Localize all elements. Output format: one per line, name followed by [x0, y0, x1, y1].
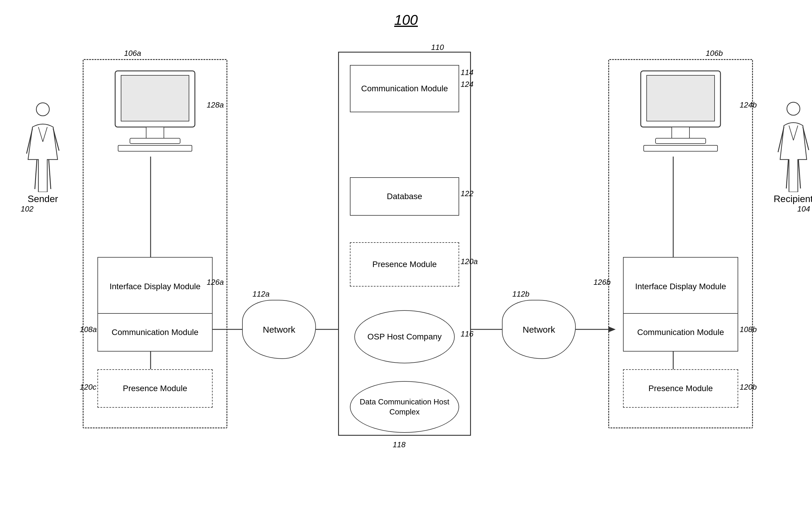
- label-108a: 108a: [80, 325, 97, 334]
- label-118: 118: [393, 440, 405, 449]
- left-computer: [98, 68, 213, 154]
- label-126a: 126a: [207, 278, 224, 287]
- label-120a: 120a: [461, 257, 478, 266]
- svg-rect-31: [647, 75, 714, 121]
- svg-rect-20: [146, 127, 164, 139]
- label-128a: 128a: [207, 100, 224, 109]
- diagram: 100: [0, 0, 812, 522]
- svg-line-41: [798, 160, 800, 188]
- left-network: Network: [242, 300, 316, 359]
- svg-rect-34: [644, 145, 717, 151]
- svg-rect-21: [130, 138, 180, 144]
- right-computer: [623, 68, 738, 154]
- label-124: 124: [461, 80, 473, 89]
- diagram-title: 100: [394, 12, 418, 28]
- recipient-figure: Recipient 104: [774, 100, 812, 214]
- label-110: 110: [431, 43, 444, 52]
- left-comm-module: Communication Module: [98, 313, 213, 352]
- svg-point-35: [787, 102, 800, 115]
- svg-rect-19: [121, 75, 189, 121]
- label-106b: 106b: [706, 49, 723, 58]
- osp-host: OSP Host Company: [354, 310, 455, 363]
- label-112b: 112b: [512, 289, 529, 299]
- svg-rect-22: [118, 145, 192, 151]
- svg-line-28: [35, 160, 37, 189]
- recipient-label: Recipient: [774, 194, 812, 204]
- svg-point-23: [36, 103, 49, 116]
- label-120b: 120b: [740, 383, 757, 392]
- server-database: Database: [350, 177, 459, 216]
- sender-label: Sender: [27, 194, 58, 204]
- svg-rect-32: [672, 127, 689, 139]
- left-presence-module: Presence Module: [98, 369, 213, 408]
- svg-line-40: [786, 160, 788, 188]
- label-124b: 124b: [740, 100, 757, 109]
- label-106a: 106a: [124, 49, 141, 58]
- label-116: 116: [461, 329, 473, 339]
- right-comm-module: Communication Module: [623, 313, 738, 352]
- left-interface-module: Interface Display Module: [98, 257, 213, 316]
- right-presence-module: Presence Module: [623, 369, 738, 408]
- server-presence-module: Presence Module: [350, 242, 459, 286]
- label-120c: 120c: [80, 383, 96, 392]
- svg-rect-33: [655, 138, 706, 144]
- svg-line-29: [49, 160, 51, 189]
- label-114: 114: [461, 68, 473, 77]
- label-104: 104: [797, 204, 810, 214]
- right-network: Network: [502, 300, 576, 359]
- label-108b: 108b: [740, 325, 757, 334]
- label-112a: 112a: [252, 289, 270, 299]
- server-comm-module: Communication Module: [350, 65, 459, 112]
- data-complex: Data Communication Host Complex: [350, 381, 459, 433]
- right-interface-module: Interface Display Module: [623, 257, 738, 316]
- sender-figure: Sender 102: [24, 100, 62, 214]
- label-122: 122: [461, 189, 473, 198]
- label-102: 102: [21, 204, 33, 214]
- label-126b: 126b: [594, 278, 611, 287]
